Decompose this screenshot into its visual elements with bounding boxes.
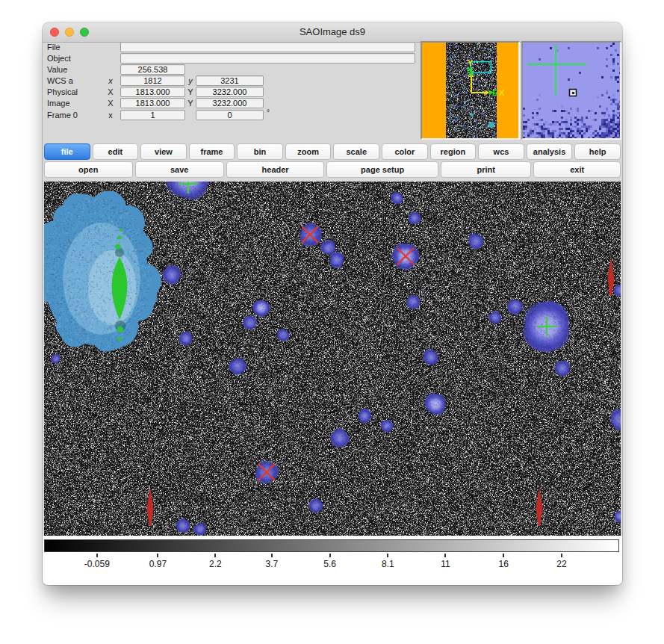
colorbar-tick-label: 2.2 <box>209 559 222 569</box>
file-field[interactable] <box>120 42 415 52</box>
menu-color-button[interactable]: color <box>382 143 428 160</box>
info-row-file: File <box>43 42 421 52</box>
window-title: SAOImage ds9 <box>43 22 622 42</box>
menu-edit-button[interactable]: edit <box>93 143 139 160</box>
colorbar-tick <box>503 554 504 557</box>
minimize-icon[interactable] <box>65 28 74 37</box>
colorbar-tick-label: -0.059 <box>84 559 110 569</box>
panner-panel <box>421 41 520 140</box>
menu-view-button[interactable]: view <box>140 143 187 160</box>
menu-zoom-button[interactable]: zoom <box>285 143 332 160</box>
wcs-x-field[interactable]: 1812 <box>120 75 185 86</box>
info-row-frame: Frame 0 x 1 0 ° <box>43 110 421 120</box>
info-row-physical: Physical X 1813.000 Y 3232.000 <box>43 87 421 97</box>
colorbar-tick-label: 5.6 <box>323 559 336 569</box>
magnifier-panel <box>521 41 621 140</box>
print-button[interactable]: print <box>441 161 531 178</box>
menu-analysis-button[interactable]: analysis <box>527 143 573 160</box>
file-submenu-bar: open save header page setup print exit <box>44 161 621 178</box>
menu-scale-button[interactable]: scale <box>333 143 379 160</box>
file-label: File <box>47 42 60 52</box>
wcs-label: WCS a <box>47 75 73 86</box>
physical-y-label: Y <box>185 87 196 97</box>
degree-suffix: ° <box>267 108 270 117</box>
colorbar-tick <box>561 554 562 557</box>
colorbar-tick-label: 3.7 <box>266 559 279 569</box>
image-y-label: Y <box>185 98 196 108</box>
physical-y-field[interactable]: 3232.000 <box>196 87 264 97</box>
wcs-y-label: y <box>185 75 196 86</box>
frame-x-label: x <box>105 110 116 120</box>
colorbar-tick <box>444 554 446 557</box>
colorbar-tick-label: 11 <box>441 559 450 569</box>
main-image-canvas[interactable] <box>44 182 621 536</box>
value-field[interactable]: 256.538 <box>120 64 185 75</box>
colorbar-ticks: -0.0590.972.23.75.68.1111622 <box>44 536 619 585</box>
menu-file-button[interactable]: file <box>44 143 90 160</box>
frame-zoom-field[interactable]: 1 <box>120 110 185 120</box>
image-y-field[interactable]: 3232.000 <box>196 98 264 108</box>
colorbar-tick-label: 16 <box>499 559 509 569</box>
colorbar-tick-label: 8.1 <box>382 559 394 569</box>
colorbar-tick <box>214 554 216 557</box>
info-row-wcs: WCS a x 1812 y 3231 <box>43 75 421 86</box>
menu-frame-button[interactable]: frame <box>189 143 235 160</box>
magnifier-canvas <box>523 43 620 138</box>
window-titlebar[interactable]: SAOImage ds9 <box>43 22 622 43</box>
menu-bar: file edit view frame bin zoom scale colo… <box>44 143 621 160</box>
close-icon[interactable] <box>50 28 59 37</box>
value-label: Value <box>47 64 67 75</box>
physical-x-label: X <box>105 87 116 97</box>
colorbar-section: -0.0590.972.23.75.68.1111622 <box>43 536 622 585</box>
fullscreen-icon[interactable] <box>80 28 89 37</box>
physical-x-field[interactable]: 1813.000 <box>120 87 185 97</box>
info-row-image: Image X 1813.000 Y 3232.000 <box>43 98 421 108</box>
colorbar-tick <box>329 554 331 557</box>
exit-button[interactable]: exit <box>533 161 621 178</box>
colorbar-tick <box>96 554 98 557</box>
traffic-lights <box>50 28 89 37</box>
colorbar-tick <box>157 554 158 557</box>
menu-bin-button[interactable]: bin <box>237 143 283 160</box>
info-row-object: Object <box>43 53 421 64</box>
physical-label: Physical <box>47 87 78 97</box>
object-field[interactable] <box>120 53 415 64</box>
colorbar-tick-label: 0.97 <box>149 559 167 569</box>
menu-wcs-button[interactable]: wcs <box>478 143 524 160</box>
menu-help-button[interactable]: help <box>574 143 621 160</box>
colorbar-tick <box>271 554 273 557</box>
menu-region-button[interactable]: region <box>430 143 477 160</box>
frame-rotation-field[interactable]: 0 <box>196 110 264 120</box>
header-button[interactable]: header <box>226 161 324 178</box>
ds9-window: SAOImage ds9 File Object Value 256.538 W… <box>43 22 622 585</box>
info-row-value: Value 256.538 <box>43 64 421 75</box>
page-setup-button[interactable]: page setup <box>326 161 438 178</box>
image-x-field[interactable]: 1813.000 <box>120 98 185 108</box>
wcs-y-field[interactable]: 3231 <box>196 75 264 86</box>
colorbar-tick <box>387 554 388 557</box>
colorbar-tick-label: 22 <box>556 559 566 569</box>
wcs-x-label: x <box>105 75 116 86</box>
object-label: Object <box>47 53 71 64</box>
save-button[interactable]: save <box>135 161 224 178</box>
image-x-label: X <box>105 98 116 108</box>
panner-canvas[interactable] <box>422 43 518 138</box>
image-label: Image <box>47 98 70 108</box>
frame-label: Frame 0 <box>47 110 78 120</box>
open-button[interactable]: open <box>44 161 133 178</box>
